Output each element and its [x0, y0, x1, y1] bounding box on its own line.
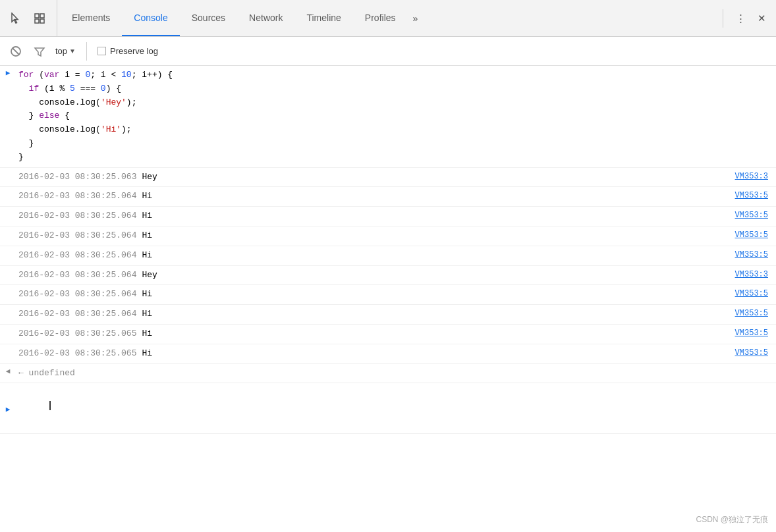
log-entry-icon	[0, 306, 16, 307]
preserve-log-area: Preserve log	[97, 46, 158, 56]
log-entry-icon	[0, 286, 16, 288]
input-cursor	[49, 401, 51, 410]
log-entry-source[interactable]: VM353:5	[730, 346, 776, 359]
console-input-content[interactable]	[16, 386, 776, 430]
log-entry-content: 2016-02-03 08:30:25.064Hi	[16, 228, 730, 244]
more-options-btn[interactable]: ⋮	[731, 9, 750, 28]
clear-console-btn[interactable]	[8, 43, 24, 59]
code-content: for (var i = 0; i < 10; i++) { if (i % 5…	[16, 67, 776, 166]
log-entry: 2016-02-03 08:30:25.063Hey VM353:3	[0, 168, 776, 188]
log-entry-icon	[0, 208, 16, 209]
svg-rect-4	[40, 19, 44, 23]
console-content: ▶ for (var i = 0; i < 10; i++) { if (i %…	[0, 66, 776, 532]
log-entry-content: 2016-02-03 08:30:25.064Hi	[16, 286, 730, 303]
tabs-more-btn[interactable]: »	[408, 0, 424, 36]
log-entry-content: 2016-02-03 08:30:25.064Hi	[16, 248, 730, 264]
svg-rect-1	[35, 14, 39, 18]
cursor-icon-btn[interactable]	[5, 8, 26, 29]
code-entry: ▶ for (var i = 0; i < 10; i++) { if (i %…	[0, 66, 776, 168]
inspect-icon	[34, 13, 45, 24]
log-entry-source[interactable]: VM353:5	[730, 248, 776, 261]
log-entry-icon	[0, 346, 16, 347]
context-dropdown[interactable]: top ▼	[55, 46, 76, 56]
log-entry-source[interactable]: VM353:5	[730, 208, 776, 221]
devtools-toolbar: Elements Console Sources Network Timelin…	[0, 0, 776, 37]
log-entry-content: 2016-02-03 08:30:25.064Hi	[16, 208, 730, 225]
input-prompt: ▶	[0, 404, 16, 413]
log-entry-source[interactable]: VM353:5	[730, 306, 776, 319]
log-entry-source[interactable]: VM353:5	[730, 286, 776, 300]
svg-line-6	[13, 47, 20, 55]
tabs-bar: Elements Console Sources Network Timelin…	[60, 0, 720, 36]
log-entry-icon	[0, 248, 16, 249]
svg-marker-7	[35, 48, 44, 56]
tab-timeline[interactable]: Timeline	[294, 0, 352, 36]
log-entry: 2016-02-03 08:30:25.064Hi VM353:5	[0, 187, 776, 207]
log-entry-content: 2016-02-03 08:30:25.063Hey	[16, 169, 730, 186]
tab-elements[interactable]: Elements	[60, 0, 122, 36]
block-icon	[10, 45, 22, 57]
log-entry: 2016-02-03 08:30:25.064Hey VM353:3	[0, 266, 776, 286]
log-entry-source[interactable]: VM353:5	[730, 326, 776, 339]
log-entry: 2016-02-03 08:30:25.064Hi VM353:5	[0, 285, 776, 305]
preserve-log-label: Preserve log	[110, 46, 158, 56]
svg-rect-2	[40, 14, 44, 18]
log-entry-content: 2016-02-03 08:30:25.064Hi	[16, 188, 730, 205]
undefined-content: ← undefined	[16, 365, 776, 382]
log-entry-icon	[0, 267, 16, 269]
filter-dropdown-area: top ▼	[55, 46, 76, 56]
inspect-icon-btn[interactable]	[29, 8, 50, 29]
dropdown-arrow-icon: ▼	[69, 47, 76, 55]
log-entry-content: 2016-02-03 08:30:25.064Hi	[16, 306, 730, 323]
log-entry: 2016-02-03 08:30:25.065Hi VM353:5	[0, 344, 776, 364]
log-entry-icon	[0, 228, 16, 229]
filter-icon	[34, 45, 45, 57]
console-input-line: ▶	[0, 383, 776, 433]
log-entry: 2016-02-03 08:30:25.064Hi VM353:5	[0, 207, 776, 226]
watermark: CSDN @独泣了无痕	[696, 514, 768, 525]
log-entry: 2016-02-03 08:30:25.064Hi VM353:5	[0, 305, 776, 325]
close-btn[interactable]: ✕	[752, 9, 771, 28]
log-entry-content: 2016-02-03 08:30:25.065Hi	[16, 326, 730, 342]
filter-btn[interactable]	[32, 43, 47, 59]
console-toolbar-divider	[86, 42, 87, 61]
log-entry-content: 2016-02-03 08:30:25.064Hey	[16, 267, 730, 284]
undefined-entry: ◀ ← undefined	[0, 364, 776, 384]
output-arrow: ◀	[0, 365, 16, 375]
tab-network[interactable]: Network	[237, 0, 294, 36]
tab-profiles[interactable]: Profiles	[353, 0, 408, 36]
cursor-icon	[10, 13, 22, 24]
log-entry-source[interactable]: VM353:5	[730, 228, 776, 241]
console-toolbar: top ▼ Preserve log	[0, 37, 776, 66]
log-entry: 2016-02-03 08:30:25.065Hi VM353:5	[0, 325, 776, 344]
tab-console[interactable]: Console	[122, 0, 179, 36]
log-entry-content: 2016-02-03 08:30:25.065Hi	[16, 346, 730, 362]
toolbar-right-icons: ⋮ ✕	[731, 9, 771, 28]
svg-marker-0	[12, 13, 18, 23]
toolbar-icon-group	[5, 0, 57, 36]
svg-rect-3	[35, 19, 39, 23]
entry-expand-arrow[interactable]: ▶	[0, 67, 16, 77]
toolbar-divider	[723, 9, 723, 28]
log-entry-source[interactable]: VM353:3	[730, 267, 776, 280]
log-entry-icon	[0, 169, 16, 171]
log-entry-source[interactable]: VM353:3	[730, 169, 776, 182]
log-entry: 2016-02-03 08:30:25.064Hi VM353:5	[0, 226, 776, 246]
log-entry-icon	[0, 188, 16, 190]
log-entry-source[interactable]: VM353:5	[730, 188, 776, 201]
preserve-log-checkbox[interactable]	[97, 47, 106, 55]
log-entry: 2016-02-03 08:30:25.064Hi VM353:5	[0, 246, 776, 266]
tab-sources[interactable]: Sources	[180, 0, 237, 36]
log-entry-icon	[0, 326, 16, 327]
